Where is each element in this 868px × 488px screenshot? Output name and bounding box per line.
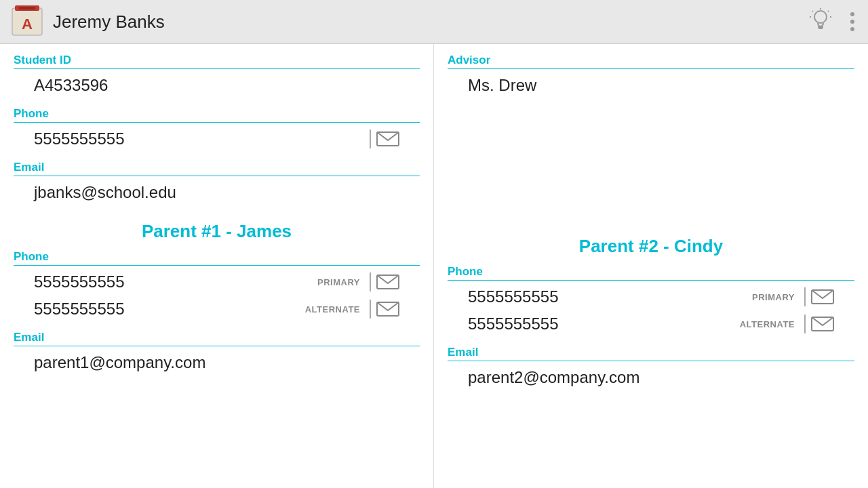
svg-line-7 <box>828 11 829 12</box>
student-email-section: Email jbanks@school.edu <box>0 155 433 209</box>
message-icon[interactable] <box>811 289 834 304</box>
parent2-email-label: Email <box>448 346 854 361</box>
lightbulb-icon[interactable] <box>810 8 831 35</box>
parent2-phone-primary-tag: PRIMARY <box>752 292 795 302</box>
phone-divider <box>804 287 806 306</box>
parent1-email-value: parent1@company.com <box>14 349 420 376</box>
student-id-value: A4533596 <box>14 72 420 99</box>
message-icon[interactable] <box>376 274 399 289</box>
page-title: Jeremy Banks <box>53 12 810 33</box>
parent2-phone-label: Phone <box>448 265 854 281</box>
parent1-header: Parent #1 - James <box>0 209 433 249</box>
parent2-email-value: parent2@company.com <box>448 364 854 391</box>
message-icon[interactable] <box>376 131 399 146</box>
student-phone-label: Phone <box>14 107 420 123</box>
svg-line-6 <box>812 11 813 12</box>
student-phone-section: Phone 5555555555 <box>0 102 433 155</box>
parent1-phone-primary: 5555555555 <box>34 272 317 291</box>
advisor-label: Advisor <box>448 54 854 69</box>
parent2-phone-alternate-tag: ALTERNATE <box>740 319 795 329</box>
parent2-phone-section: Phone 5555555555 PRIMARY 5555555555 ALTE… <box>434 264 868 340</box>
phone-divider <box>370 272 371 291</box>
parent1-phone-primary-row: 5555555555 PRIMARY <box>14 268 420 296</box>
app-header: A Jeremy Banks <box>0 0 868 44</box>
phone-divider <box>370 300 371 319</box>
svg-rect-2 <box>19 7 35 9</box>
parent1-phone-label: Phone <box>14 250 420 266</box>
parent2-header: Parent #2 - Cindy <box>434 224 868 264</box>
header-actions <box>810 8 857 35</box>
spacer <box>434 102 868 224</box>
parent2-phone-alternate: 5555555555 <box>468 314 740 333</box>
student-phone-number: 5555555555 <box>34 129 370 148</box>
student-id-label: Student ID <box>14 54 420 69</box>
parent2-phone-alternate-row: 5555555555 ALTERNATE <box>448 310 854 338</box>
student-email-label: Email <box>14 161 420 176</box>
student-email-value: jbanks@school.edu <box>14 179 420 206</box>
message-icon[interactable] <box>376 302 399 317</box>
main-content: Student ID A4533596 Phone 5555555555 Ema… <box>0 44 868 488</box>
advisor-value: Ms. Drew <box>448 72 854 99</box>
parent2-phone-primary: 5555555555 <box>468 287 752 306</box>
parent1-phone-alternate: 5555555555 <box>34 300 305 319</box>
svg-text:A: A <box>22 16 33 33</box>
left-column: Student ID A4533596 Phone 5555555555 Ema… <box>0 44 434 488</box>
right-column: Advisor Ms. Drew Parent #2 - Cindy Phone… <box>434 44 868 488</box>
parent1-phone-alternate-tag: ALTERNATE <box>305 304 360 314</box>
app-logo: A <box>11 5 43 38</box>
student-phone-row: 5555555555 <box>14 125 420 152</box>
parent1-email-label: Email <box>14 331 420 346</box>
parent1-phone-alternate-row: 5555555555 ALTERNATE <box>14 296 420 323</box>
phone-divider <box>370 129 371 148</box>
parent1-phone-section: Phone 5555555555 PRIMARY 5555555555 ALTE… <box>0 249 433 325</box>
svg-point-4 <box>814 11 827 23</box>
more-options-icon[interactable] <box>848 9 857 34</box>
advisor-section: Advisor Ms. Drew <box>434 44 868 102</box>
student-id-section: Student ID A4533596 <box>0 44 433 102</box>
message-icon[interactable] <box>811 317 834 331</box>
parent2-email-section: Email parent2@company.com <box>434 340 868 394</box>
parent1-email-section: Email parent1@company.com <box>0 325 433 379</box>
phone-divider <box>804 314 806 333</box>
parent1-phone-primary-tag: PRIMARY <box>317 277 360 287</box>
parent2-phone-primary-row: 5555555555 PRIMARY <box>448 283 854 310</box>
